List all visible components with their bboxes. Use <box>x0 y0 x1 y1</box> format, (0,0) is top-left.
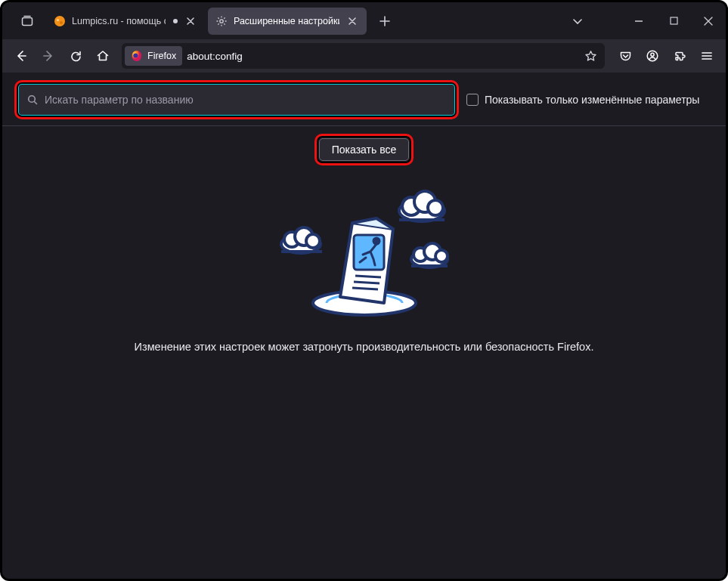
account-button[interactable] <box>640 43 665 69</box>
window-minimize-button[interactable] <box>621 2 656 39</box>
close-icon[interactable] <box>184 14 197 28</box>
identity-label: Firefox <box>147 51 176 61</box>
tab-favicon-lumpics <box>54 15 66 27</box>
tab-strip: Lumpics.ru - помощь с компью Расширенные… <box>2 2 726 39</box>
svg-line-28 <box>355 276 381 277</box>
titlebar-right <box>564 2 726 39</box>
url-bar[interactable]: Firefox about:config <box>122 43 605 69</box>
show-modified-only-row[interactable]: Показывать только изменённые параметры <box>466 94 699 106</box>
show-all-wrap: Показать все <box>319 138 409 161</box>
svg-point-8 <box>651 53 654 56</box>
window-maximize-button[interactable] <box>656 2 691 39</box>
svg-point-2 <box>57 18 59 20</box>
new-tab-button[interactable] <box>373 9 397 33</box>
svg-point-1 <box>54 16 65 26</box>
firefox-logo-icon <box>131 50 143 62</box>
extensions-button[interactable] <box>667 43 692 69</box>
svg-rect-5 <box>671 17 677 24</box>
about-config-page: Показывать только изменённые параметры П… <box>2 73 726 579</box>
svg-point-4 <box>220 19 223 22</box>
tab-label: Расширенные настройки <box>234 16 339 26</box>
svg-point-3 <box>60 21 63 24</box>
tab-overview-button[interactable] <box>8 14 46 28</box>
svg-line-29 <box>354 282 379 283</box>
app-menu-button[interactable] <box>694 43 720 69</box>
gear-icon <box>215 15 228 27</box>
svg-rect-0 <box>23 17 33 25</box>
svg-point-6 <box>133 54 138 58</box>
list-all-tabs-button[interactable] <box>564 16 591 26</box>
back-button[interactable] <box>8 43 34 69</box>
nav-toolbar: Firefox about:config <box>2 39 726 73</box>
show-all-button[interactable]: Показать все <box>319 138 409 161</box>
svg-point-13 <box>428 200 443 215</box>
config-search-wrap <box>17 83 456 116</box>
identity-box[interactable]: Firefox <box>125 46 182 66</box>
config-search-box[interactable] <box>17 83 456 116</box>
browser-window: Lumpics.ru - помощь с компью Расширенные… <box>0 0 728 581</box>
bookmark-star-button[interactable] <box>579 45 602 67</box>
config-search-input[interactable] <box>45 94 447 106</box>
tab-indicator-icon <box>173 19 178 23</box>
show-modified-only-label: Показывать только изменённые параметры <box>485 94 699 106</box>
tab-label: Lumpics.ru - помощь с компью <box>72 16 166 26</box>
svg-point-18 <box>306 234 320 248</box>
pocket-button[interactable] <box>612 43 638 69</box>
url-text: about:config <box>187 51 243 62</box>
config-center-column: Показать все <box>2 126 726 353</box>
show-modified-only-checkbox[interactable] <box>466 94 479 106</box>
window-controls <box>621 2 726 39</box>
svg-point-23 <box>435 250 448 262</box>
close-icon[interactable] <box>345 14 359 28</box>
search-icon <box>26 94 39 106</box>
config-search-row: Показывать только изменённые параметры <box>2 73 726 126</box>
caution-illustration <box>266 176 463 320</box>
home-button[interactable] <box>90 43 116 69</box>
tab-about-config[interactable]: Расширенные настройки <box>208 8 367 35</box>
window-close-button[interactable] <box>691 2 726 39</box>
tab-lumpics[interactable]: Lumpics.ru - помощь с компью <box>46 8 205 35</box>
svg-line-30 <box>352 288 378 289</box>
reload-button[interactable] <box>63 43 88 69</box>
config-caption: Изменение этих настроек может затронуть … <box>135 341 594 353</box>
nav-right-buttons <box>612 43 720 69</box>
forward-button[interactable] <box>36 43 61 69</box>
